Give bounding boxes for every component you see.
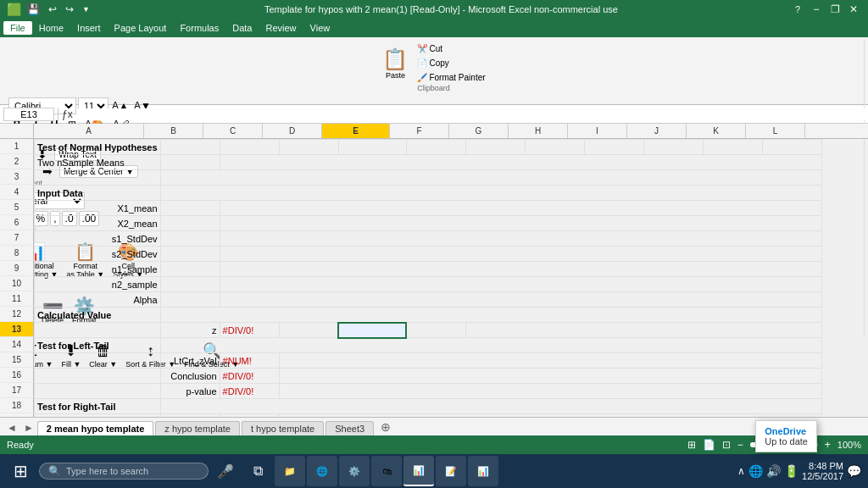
cell-b11[interactable] xyxy=(160,292,220,308)
row-header-16[interactable]: 16 xyxy=(0,368,34,383)
row-header-11[interactable]: 11 xyxy=(0,291,34,307)
cell-l1[interactable] xyxy=(762,140,821,155)
undo-qa-icon[interactable]: ↩ xyxy=(46,3,59,16)
task-view-icon[interactable]: ⧉ xyxy=(242,456,273,486)
cell-f13[interactable] xyxy=(406,323,465,338)
cell-a2[interactable]: Two nSample Means xyxy=(35,155,161,170)
cell-d13[interactable] xyxy=(279,323,338,338)
cell-k1[interactable] xyxy=(703,140,762,155)
search-box[interactable]: 🔍 Type here to search xyxy=(39,463,209,480)
cell-b8[interactable] xyxy=(160,247,220,262)
sheet-tab-t-hypo[interactable]: t hypo template xyxy=(242,421,324,435)
settings-icon[interactable]: ⚙️ xyxy=(339,456,370,486)
cell-a15[interactable] xyxy=(35,353,161,369)
row-header-6[interactable]: 6 xyxy=(0,215,34,230)
row-header-15[interactable]: 15 xyxy=(0,352,34,368)
cell-c15[interactable]: #NUM! xyxy=(220,353,279,369)
col-header-a[interactable]: A xyxy=(34,124,144,138)
cell-c19[interactable]: #NUM! xyxy=(220,414,279,418)
cell-a7[interactable]: s1_StdDev xyxy=(35,231,161,247)
row-header-12[interactable]: 12 xyxy=(0,307,34,322)
menu-item-formulas[interactable]: Formulas xyxy=(173,21,225,35)
help-btn[interactable]: ? xyxy=(790,2,805,17)
col-header-f[interactable]: F xyxy=(390,124,449,138)
save-qa-icon[interactable]: 💾 xyxy=(25,3,42,16)
row-header-17[interactable]: 17 xyxy=(0,383,34,398)
cell-d1[interactable] xyxy=(279,140,338,155)
cell-b10[interactable] xyxy=(160,277,220,292)
menu-item-home[interactable]: Home xyxy=(32,21,70,35)
menu-item-review[interactable]: Review xyxy=(259,21,303,35)
cell-a19[interactable] xyxy=(35,414,161,418)
row-header-14[interactable]: 14 xyxy=(0,337,34,352)
excel-taskbar-icon[interactable]: 📊 xyxy=(403,456,434,486)
cell-b17[interactable]: p-value xyxy=(160,384,220,399)
sheet-tab-2-mean[interactable]: 2 mean hypo template xyxy=(37,421,154,435)
row-header-19[interactable]: 19 xyxy=(0,413,34,417)
cell-a10[interactable]: n2_sample xyxy=(35,277,161,292)
store-icon[interactable]: 🛍 xyxy=(371,456,402,486)
cell-e13[interactable] xyxy=(338,323,406,338)
normal-view-icon[interactable]: ⊞ xyxy=(687,439,696,451)
cell-c17[interactable]: #DIV/0! xyxy=(220,384,279,399)
cell-reference-box[interactable]: E13 xyxy=(3,108,54,121)
clock-display[interactable]: 8:48 PM 12/5/2017 xyxy=(802,461,843,481)
page-layout-icon[interactable]: 📄 xyxy=(703,439,715,451)
cell-a5[interactable]: X1_mean xyxy=(35,201,161,216)
cell-a17[interactable] xyxy=(35,384,161,399)
battery-icon[interactable]: 🔋 xyxy=(784,464,798,478)
start-button[interactable]: ⊞ xyxy=(3,454,37,488)
cell-a8[interactable]: s2_StdDev xyxy=(35,247,161,262)
cell-a14[interactable]: Test for Left-Tail xyxy=(35,338,161,353)
cell-a1[interactable]: Test of Normal Hypotheses xyxy=(35,140,161,155)
word-taskbar-icon[interactable]: 📝 xyxy=(436,456,466,486)
add-sheet-icon[interactable]: ⊕ xyxy=(376,419,396,435)
cell-i1[interactable] xyxy=(584,140,643,155)
cell-b1[interactable] xyxy=(160,140,220,155)
col-header-d[interactable]: D xyxy=(263,124,322,138)
col-header-i[interactable]: I xyxy=(568,124,627,138)
row-header-18[interactable]: 18 xyxy=(0,398,34,413)
show-hidden-icons[interactable]: ∧ xyxy=(737,465,745,477)
formula-input[interactable] xyxy=(76,108,865,120)
col-header-k[interactable]: K xyxy=(687,124,746,138)
col-header-b[interactable]: B xyxy=(144,124,203,138)
scroll-tabs-right-icon[interactable]: ► xyxy=(20,420,37,435)
function-icon[interactable]: ƒx xyxy=(62,108,73,120)
network-icon[interactable]: 🌐 xyxy=(748,464,763,478)
cell-b19[interactable]: RtCrt_zVal xyxy=(160,414,220,418)
notifications-icon[interactable]: 💬 xyxy=(847,464,861,478)
scroll-tabs-left-icon[interactable]: ◄ xyxy=(3,420,20,435)
cell-a11[interactable]: Alpha xyxy=(35,292,161,308)
cell-c16[interactable]: #DIV/0! xyxy=(220,369,279,384)
cell-b6[interactable] xyxy=(160,216,220,231)
row-header-4[interactable]: 4 xyxy=(0,185,34,200)
row-header-8[interactable]: 8 xyxy=(0,246,34,261)
menu-item-data[interactable]: Data xyxy=(225,21,259,35)
cell-a13[interactable] xyxy=(35,323,161,338)
col-header-c[interactable]: C xyxy=(203,124,263,138)
minimize-btn[interactable]: − xyxy=(809,2,824,17)
row-header-3[interactable]: 3 xyxy=(0,169,34,185)
zoom-out-icon[interactable]: − xyxy=(737,439,743,451)
cell-g1[interactable] xyxy=(465,140,525,155)
cell-b16[interactable]: Conclusion xyxy=(160,369,220,384)
menu-item-view[interactable]: View xyxy=(303,21,337,35)
menu-item-page-layout[interactable]: Page Layout xyxy=(108,21,174,35)
row-header-13[interactable]: 13 xyxy=(0,322,34,337)
zoom-in-icon[interactable]: + xyxy=(825,439,831,451)
menu-item-insert[interactable]: Insert xyxy=(70,21,108,35)
col-header-l[interactable]: L xyxy=(746,124,805,138)
col-header-e[interactable]: E xyxy=(322,124,390,138)
col-header-j[interactable]: J xyxy=(627,124,687,138)
cell-c1[interactable] xyxy=(220,140,279,155)
volume-icon[interactable]: 🔊 xyxy=(766,464,781,478)
cortana-icon[interactable]: 🎤 xyxy=(210,456,241,486)
row-header-5[interactable]: 5 xyxy=(0,200,34,215)
col-header-h[interactable]: H xyxy=(509,124,568,138)
cut-button[interactable]: ✂️Cut xyxy=(414,42,488,55)
cell-b7[interactable] xyxy=(160,231,220,247)
cell-a6[interactable]: X2_mean xyxy=(35,216,161,231)
powerpoint-taskbar-icon[interactable]: 📊 xyxy=(468,456,498,486)
sheet-tab-z-hypo[interactable]: z hypo template xyxy=(155,421,240,435)
